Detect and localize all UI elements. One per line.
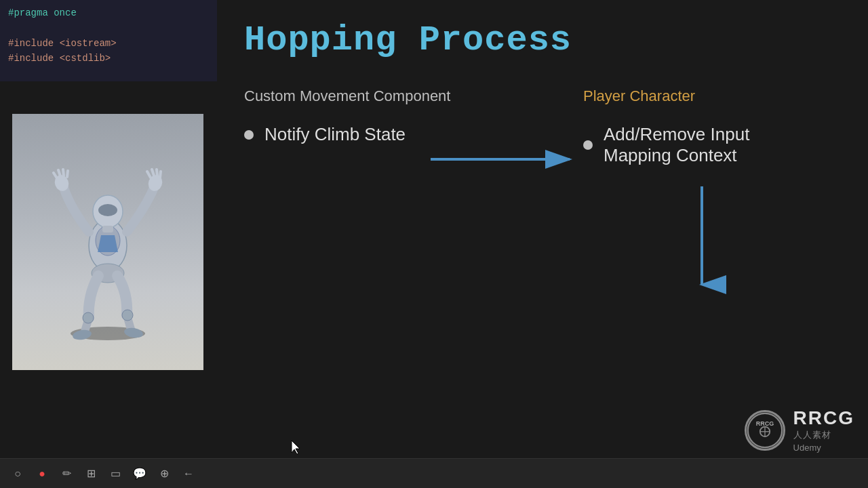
svg-rect-5 [102, 226, 113, 232]
flow-diagram: Custom Movement Component Notify Climb S… [244, 87, 841, 174]
svg-line-14 [157, 169, 157, 176]
code-line-include-2: #include <cstdlib> [8, 51, 209, 66]
svg-line-9 [58, 170, 60, 176]
code-line-blank [8, 20, 209, 35]
zoom-button[interactable]: ⊕ [155, 464, 174, 483]
add-remove-input-text: Add/Remove InputMapping Context [604, 124, 749, 166]
left-column-header: Custom Movement Component [244, 87, 450, 105]
left-bullet-dot [244, 130, 254, 140]
record-button[interactable]: ● [33, 464, 52, 483]
svg-line-15 [160, 171, 161, 178]
right-column: Player Character Add/Remove InputMapping… [583, 87, 841, 174]
svg-point-19 [83, 312, 94, 323]
code-line-pragma: #pragma once [8, 5, 209, 20]
watermark: RRCG RRCG 人人素材 Udemy [745, 407, 854, 453]
left-column: Custom Movement Component Notify Climb S… [244, 87, 529, 153]
page-title: Hopping Process [244, 20, 841, 60]
comment-button[interactable]: 💬 [130, 464, 149, 483]
code-line-include-1: #include <iostream> [8, 36, 209, 51]
svg-line-11 [67, 171, 68, 177]
watermark-logo: RRCG [745, 410, 785, 451]
svg-line-12 [147, 171, 151, 178]
svg-point-4 [98, 204, 117, 216]
pen-button[interactable]: ✏ [57, 464, 76, 483]
watermark-brand: RRCG [793, 407, 854, 429]
toolbar: ○ ● ✏ ⊞ ▭ 💬 ⊕ ← [0, 458, 868, 488]
rect-button[interactable]: ▭ [106, 464, 125, 483]
svg-line-10 [63, 169, 64, 176]
svg-text:RRCG: RRCG [755, 420, 774, 426]
watermark-platform: Udemy [793, 443, 854, 453]
robot-image [12, 114, 203, 370]
notify-climb-state-text: Notify Climb State [264, 124, 406, 145]
svg-line-8 [54, 173, 57, 178]
right-column-header: Player Character [583, 87, 695, 105]
watermark-subtitle: 人人素材 [793, 429, 854, 441]
left-bullet-row: Notify Climb State [244, 124, 406, 145]
robot-svg [40, 140, 176, 344]
circle-button[interactable]: ○ [8, 464, 27, 483]
right-bullet-dot [583, 140, 593, 150]
svg-line-13 [152, 169, 154, 176]
grid-button[interactable]: ⊞ [81, 464, 100, 483]
watermark-text-block: RRCG 人人素材 Udemy [793, 407, 854, 453]
right-bullet-row: Add/Remove InputMapping Context [583, 124, 749, 166]
prev-button[interactable]: ← [179, 464, 198, 483]
code-background: #pragma once #include <iostream> #includ… [0, 0, 217, 81]
svg-point-20 [122, 310, 133, 321]
